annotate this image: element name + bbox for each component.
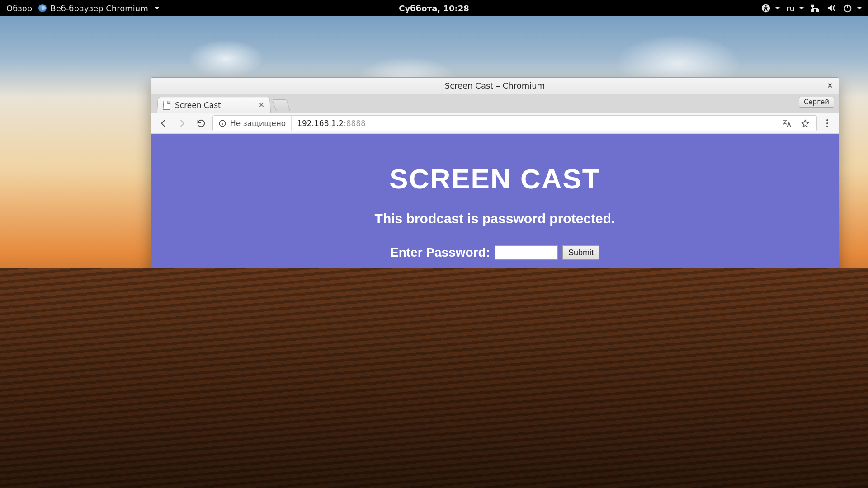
back-button[interactable] xyxy=(156,116,171,131)
keyboard-layout-label: ru xyxy=(786,4,795,13)
profile-badge[interactable]: Сергей xyxy=(799,97,834,108)
svg-rect-4 xyxy=(816,9,819,12)
svg-rect-10 xyxy=(457,390,533,422)
browser-menu-button[interactable] xyxy=(821,117,834,130)
tab-title: Screen Cast xyxy=(175,101,221,110)
tab-strip: Screen Cast ✕ Сергей xyxy=(151,94,839,113)
tab-screen-cast[interactable]: Screen Cast ✕ xyxy=(157,97,271,113)
window-close-button[interactable]: ✕ xyxy=(825,80,835,90)
bookmark-star-button[interactable] xyxy=(798,117,812,130)
lock-illustration xyxy=(151,314,839,422)
clock-label[interactable]: Суббота, 10:28 xyxy=(399,4,469,13)
app-menu-label: Веб-браузер Chromium xyxy=(50,4,148,13)
window-titlebar[interactable]: Screen Cast – Chromium ✕ xyxy=(151,78,839,94)
svg-rect-3 xyxy=(811,9,814,12)
forward-button[interactable] xyxy=(175,116,190,131)
url-port: :8888 xyxy=(344,119,366,128)
accessibility-icon xyxy=(761,3,771,13)
address-bar[interactable]: Не защищено 192.168.1.2:8888 xyxy=(212,115,817,131)
gnome-top-bar: Обзор Веб-браузер Chromium Суббота, 10:2… xyxy=(0,0,868,16)
desktop-background: Обзор Веб-браузер Chromium Суббота, 10:2… xyxy=(0,0,868,488)
svg-point-1 xyxy=(765,5,767,6)
new-tab-button[interactable] xyxy=(272,99,290,111)
password-input[interactable] xyxy=(495,245,558,260)
password-form: Enter Password: Submit xyxy=(151,245,839,260)
reload-button[interactable] xyxy=(193,116,209,131)
volume-icon[interactable] xyxy=(826,3,836,13)
translate-button[interactable] xyxy=(780,117,794,130)
security-label: Не защищено xyxy=(230,119,286,128)
page-subtitle: This brodcast is password protected. xyxy=(151,211,839,226)
tab-close-button[interactable]: ✕ xyxy=(258,101,265,109)
page-viewport: SCREEN CAST This brodcast is password pr… xyxy=(151,134,839,442)
power-icon xyxy=(843,3,853,13)
url-host: 192.168.1.2 xyxy=(297,119,344,128)
accessibility-menu[interactable] xyxy=(761,3,780,13)
kebab-menu-icon xyxy=(826,119,828,127)
browser-toolbar: Не защищено 192.168.1.2:8888 xyxy=(151,113,839,134)
activities-button[interactable]: Обзор xyxy=(6,4,32,13)
window-title: Screen Cast – Chromium xyxy=(445,81,545,90)
page-icon xyxy=(163,101,170,110)
browser-window: Screen Cast – Chromium ✕ Screen Cast ✕ С… xyxy=(151,77,839,442)
url-text: 192.168.1.2:8888 xyxy=(292,119,371,128)
network-icon[interactable] xyxy=(810,3,820,13)
app-menu-button[interactable]: Веб-браузер Chromium xyxy=(38,4,159,13)
info-icon xyxy=(218,119,226,127)
chromium-icon xyxy=(38,4,47,12)
page-heading: SCREEN CAST xyxy=(151,163,839,195)
keyboard-layout-button[interactable]: ru xyxy=(786,4,804,13)
svg-rect-2 xyxy=(811,5,814,7)
security-chip[interactable]: Не защищено xyxy=(213,116,292,131)
open-lock-icon xyxy=(436,314,554,422)
power-menu[interactable] xyxy=(843,3,862,13)
password-label: Enter Password: xyxy=(390,245,490,260)
submit-button[interactable]: Submit xyxy=(562,245,599,260)
